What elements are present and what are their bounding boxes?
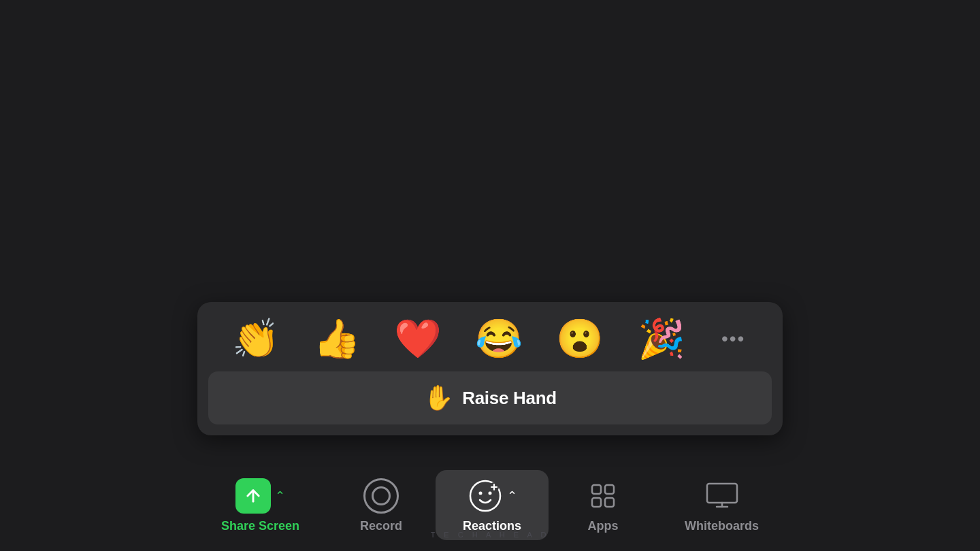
whiteboards-monitor-icon	[704, 480, 740, 512]
apps-label: Apps	[588, 519, 619, 533]
raise-hand-emoji: ✋	[423, 384, 454, 412]
svg-point-2	[478, 492, 482, 495]
whiteboards-icon	[704, 478, 740, 514]
watermark: T E C H A H E A D	[431, 531, 550, 539]
laugh-emoji-button[interactable]: 😂	[470, 317, 528, 361]
raise-hand-button[interactable]: ✋ Raise Hand	[208, 371, 772, 424]
reactions-icon	[468, 478, 503, 514]
emoji-row: 👏 👍 ❤️ 😂 😮 🎉 •••	[208, 313, 772, 365]
toolbar-item-reactions[interactable]: ⌃ Reactions	[436, 470, 549, 540]
toolbar-item-apps[interactable]: Apps	[549, 470, 657, 540]
svg-point-3	[488, 492, 491, 495]
clapping-emoji-button[interactable]: 👏	[227, 317, 285, 361]
share-screen-button-icon	[235, 478, 271, 514]
reactions-chevron-icon: ⌃	[507, 488, 517, 503]
record-inner-circle	[372, 486, 391, 505]
more-emojis-button[interactable]: •••	[713, 322, 753, 355]
svg-rect-9	[592, 498, 601, 507]
svg-rect-10	[605, 498, 614, 507]
svg-rect-11	[707, 484, 737, 503]
surprised-emoji-button[interactable]: 😮	[551, 317, 609, 361]
share-screen-label: Share Screen	[221, 519, 299, 533]
record-label: Record	[360, 519, 402, 533]
svg-rect-7	[592, 485, 601, 494]
thumbsup-emoji-button[interactable]: 👍	[308, 317, 366, 361]
raise-hand-label: Raise Hand	[462, 388, 557, 409]
heart-emoji-button[interactable]: ❤️	[389, 317, 447, 361]
reactions-smiley-icon	[469, 480, 502, 512]
toolbar-item-record[interactable]: Record	[327, 470, 436, 540]
party-emoji-button[interactable]: 🎉	[632, 317, 691, 361]
apps-grid-icon	[587, 480, 619, 512]
share-screen-chevron-icon: ⌃	[275, 488, 285, 503]
share-screen-icon-row: ⌃	[235, 478, 285, 514]
reactions-icon-row: ⌃	[468, 478, 517, 514]
share-screen-arrow-icon	[244, 486, 263, 505]
record-icon	[363, 478, 399, 514]
apps-icon	[585, 478, 621, 514]
whiteboards-label: Whiteboards	[685, 519, 759, 533]
reactions-popup: 👏 👍 ❤️ 😂 😮 🎉 ••• ✋ Raise Hand	[197, 302, 783, 435]
svg-rect-8	[605, 485, 614, 494]
toolbar-item-whiteboards[interactable]: Whiteboards	[657, 470, 786, 540]
toolbar-item-share-screen[interactable]: ⌃ Share Screen	[194, 470, 327, 540]
